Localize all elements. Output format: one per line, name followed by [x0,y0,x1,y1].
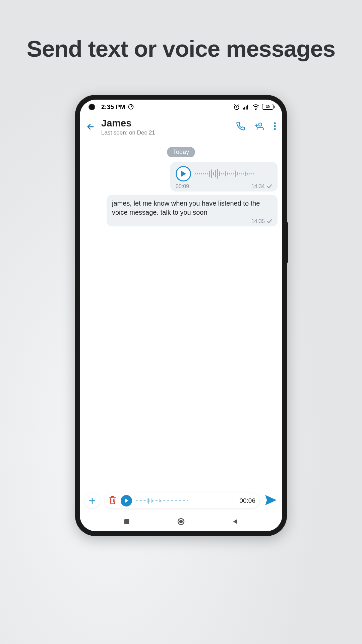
send-button[interactable] [264,493,278,508]
triangle-back-icon [232,518,239,525]
text-message-meta: 14:35 [112,218,272,224]
svg-point-8 [274,122,276,124]
voice-message-meta: 00:09 14:34 [176,183,272,190]
voice-play-button[interactable] [176,166,191,181]
svg-rect-4 [246,106,247,109]
message-composer: 00:06 [80,490,282,513]
status-time: 2:35 PM [101,103,125,111]
voice-player-row [176,166,272,181]
svg-rect-3 [244,107,245,110]
promo-headline: Send text or voice messages [27,35,335,63]
circle-icon [177,518,185,526]
phone-icon [236,121,245,131]
sent-check-icon [267,184,272,189]
play-icon [180,170,186,177]
alarm-icon [233,104,240,110]
voice-recording-bar: 00:06 [105,493,259,508]
status-right: 39 [233,104,274,110]
app-indicator-icon [128,104,134,110]
voice-timestamp: 14:34 [251,183,265,190]
nav-home-button[interactable] [177,518,185,527]
camera-punch-hole [88,104,95,110]
voice-duration: 00:09 [176,183,189,190]
battery-level: 39 [266,105,269,109]
svg-point-10 [274,128,276,130]
android-nav-bar [80,513,282,531]
sent-check-icon [267,219,272,223]
signal-icon [243,104,249,110]
call-button[interactable] [236,121,245,132]
square-icon [123,518,130,525]
header-actions [236,121,276,132]
last-seen-label: Last seen: on Dec 21 [101,129,230,136]
back-button[interactable] [86,122,95,131]
send-icon [264,493,278,507]
text-timestamp: 14:35 [251,218,265,224]
preview-play-button[interactable] [121,495,132,506]
svg-rect-5 [247,105,248,109]
back-arrow-icon [86,122,95,131]
svg-point-7 [259,123,262,126]
svg-point-13 [180,520,182,523]
date-separator: Today [167,147,195,157]
more-options-button[interactable] [274,122,276,132]
plus-icon [88,497,96,505]
wifi-icon [252,104,259,110]
nav-back-button[interactable] [232,518,239,527]
battery-icon: 39 [262,104,274,110]
trash-icon [109,496,117,504]
message-text: james, let me know when you have listene… [112,199,272,217]
add-contact-button[interactable] [255,121,264,132]
chat-body[interactable]: Today [80,141,282,490]
phone-screen: 2:35 PM 39 James Last seen: on Dec 21 [80,100,282,531]
text-message-bubble[interactable]: james, let me know when you have listene… [107,195,278,226]
svg-rect-11 [124,519,129,524]
chat-header: James Last seen: on Dec 21 [80,114,282,141]
play-icon [124,498,129,503]
voice-message-bubble[interactable]: 00:09 14:34 [170,162,278,192]
svg-point-9 [274,125,276,127]
recording-duration: 00:06 [239,497,255,504]
svg-point-6 [255,109,256,110]
add-person-icon [255,121,264,131]
more-vertical-icon [274,122,276,130]
recording-waveform[interactable] [136,497,235,504]
nav-recent-button[interactable] [123,518,130,527]
phone-frame: 2:35 PM 39 James Last seen: on Dec 21 [75,95,287,536]
discard-recording-button[interactable] [109,496,117,506]
status-bar: 2:35 PM 39 [80,100,282,114]
voice-waveform[interactable] [195,168,272,179]
attach-button[interactable] [84,493,100,508]
svg-rect-2 [243,108,244,109]
status-left: 2:35 PM [101,103,134,111]
contact-name: James [101,118,230,129]
contact-info[interactable]: James Last seen: on Dec 21 [101,118,230,136]
